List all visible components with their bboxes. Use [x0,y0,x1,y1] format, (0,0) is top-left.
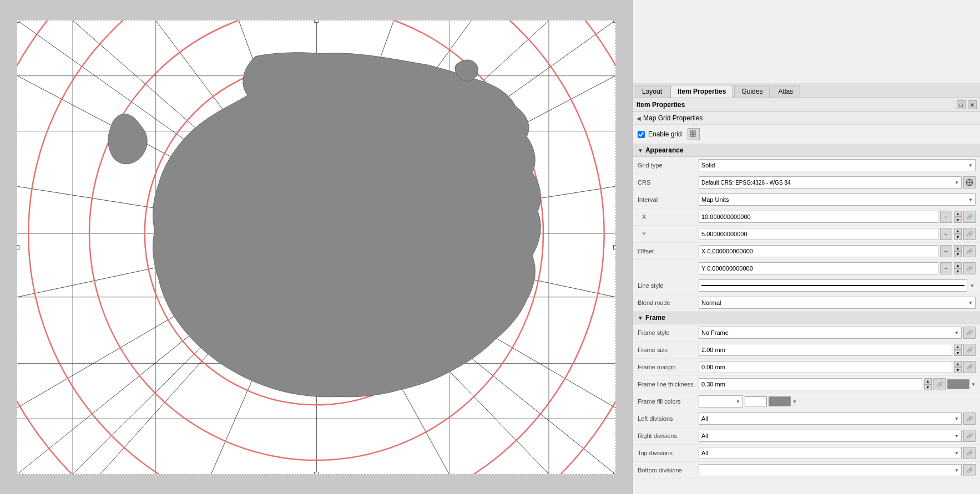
right-divisions-value: All [701,432,708,439]
appearance-section-header[interactable]: ▼ Appearance [633,144,980,157]
frame-style-label: Frame style [638,329,699,336]
interval-control: Map Units ▼ [699,193,976,206]
y-label: Y [638,231,699,237]
close-icon[interactable]: ✕ [968,100,977,109]
offset-y-reset-icon[interactable]: ← [940,262,952,274]
svg-rect-45 [693,131,695,133]
frame-line-thickness-link-icon[interactable]: 🔗 [933,378,946,390]
frame-size-label: Frame size [638,347,699,353]
handle-bottom-left[interactable] [17,472,19,475]
frame-section-header[interactable]: ▼ Frame [633,312,980,324]
frame-size-spin-buttons: ▲ ▼ [954,344,962,356]
frame-arrow-icon: ▼ [638,315,643,321]
frame-style-arrow-icon: ▼ [954,330,959,335]
grid-settings-icon[interactable] [688,128,700,140]
interval-label: Interval [638,196,699,203]
handle-mid-right[interactable] [613,245,616,249]
frame-fill-combo-arrow-icon: ▼ [736,399,740,404]
line-style-preview[interactable] [699,279,967,292]
blend-mode-control: Normal ▼ [699,297,976,309]
left-divisions-combo[interactable]: All ▼ [699,412,962,425]
y-input[interactable]: 5.000000000000 [699,228,938,240]
x-interval-row: X 10.000000000000 ← ▲ ▼ 🔗 [633,208,980,226]
offset-y-link-icon[interactable]: 🔗 [963,262,976,274]
bottom-divisions-control: ▼ 🔗 [699,464,976,476]
offset-x-input[interactable]: X 0.000000000000 [699,245,938,257]
y-link-icon[interactable]: 🔗 [963,228,976,240]
top-divisions-link-icon[interactable]: 🔗 [963,447,976,459]
offset-y-spin-up[interactable]: ▲ [954,262,962,268]
grid-type-combo[interactable]: Solid ▼ [699,159,976,171]
offset-y-input[interactable]: Y 0.000000000000 [699,262,938,274]
right-divisions-combo[interactable]: All ▼ [699,430,962,442]
frame-size-spin-up[interactable]: ▲ [954,344,962,350]
handle-top-center[interactable] [314,20,319,23]
frame-margin-link-icon[interactable]: 🔗 [963,361,976,373]
right-divisions-row: Right divisions All ▼ 🔗 [633,427,980,445]
x-link-icon[interactable]: 🔗 [963,211,976,223]
x-input[interactable]: 10.000000000000 [699,211,938,223]
frame-line-thickness-label: Frame line thickness [638,381,699,388]
frame-line-thickness-control: 0.30 mm ▲ ▼ 🔗 ▼ [699,378,976,390]
offset-x-spin-down[interactable]: ▼ [954,251,962,257]
crs-globe-button[interactable] [963,176,976,189]
tab-guides[interactable]: Guides [734,85,770,98]
bottom-divisions-label: Bottom divisions [638,467,699,473]
top-divisions-combo[interactable]: All ▼ [699,447,962,459]
frame-style-row: Frame style No Frame ▼ 🔗 [633,324,980,342]
frame-size-link-icon[interactable]: 🔗 [963,344,976,356]
blend-mode-combo[interactable]: Normal ▼ [699,297,976,309]
handle-top-left[interactable] [17,20,19,23]
bottom-divisions-link-icon[interactable]: 🔗 [963,464,976,476]
frame-size-input[interactable]: 2.00 mm [699,344,952,356]
x-spin-down[interactable]: ▼ [954,217,962,223]
right-divisions-link-icon[interactable]: 🔗 [963,430,976,442]
frame-fill-color-swatch-1[interactable] [745,396,767,406]
interval-combo[interactable]: Map Units ▼ [699,193,976,206]
left-divisions-link-icon[interactable]: 🔗 [963,412,976,425]
frame-line-thickness-spin-up[interactable]: ▲ [924,378,932,384]
grid-type-arrow-icon: ▼ [968,163,973,168]
frame-margin-spin-up[interactable]: ▲ [954,361,962,367]
frame-size-spin-down[interactable]: ▼ [954,350,962,356]
offset-x-spin-up[interactable]: ▲ [954,245,962,251]
offset-y-value: Y 0.000000000000 [701,265,753,272]
tab-item-properties[interactable]: Item Properties [670,85,733,98]
offset-x-reset-icon[interactable]: ← [940,245,952,257]
frame-line-thickness-input[interactable]: 0.30 mm [699,378,922,390]
offset-x-row: Offset X 0.000000000000 ← ▲ ▼ 🔗 [633,243,980,260]
restore-icon[interactable]: □ [957,100,966,109]
bottom-divisions-combo[interactable]: ▼ [699,464,962,476]
tab-layout[interactable]: Layout [635,85,669,98]
frame-line-color-swatch[interactable] [947,379,969,389]
crs-combo[interactable]: Default CRS: EPSG:4326 - WGS 84 ▼ [699,176,962,189]
frame-margin-label: Frame margin [638,364,699,370]
frame-margin-spin-down[interactable]: ▼ [954,367,962,373]
enable-grid-checkbox[interactable] [638,131,645,138]
handle-bottom-right[interactable] [613,472,616,475]
handle-bottom-center[interactable] [314,472,319,475]
x-reset-icon[interactable]: ← [940,211,952,223]
map-canvas[interactable] [17,20,616,475]
offset-y-spin-down[interactable]: ▼ [954,268,962,274]
frame-style-link-icon[interactable]: 🔗 [963,327,976,339]
tab-atlas[interactable]: Atlas [771,85,800,98]
y-reset-icon[interactable]: ← [940,228,952,240]
frame-line-thickness-spin-down[interactable]: ▼ [924,384,932,390]
handle-mid-left[interactable] [17,245,19,249]
handle-top-right[interactable] [613,20,616,23]
frame-margin-input[interactable]: 0.00 mm [699,361,952,373]
bottom-divisions-arrow-icon: ▼ [954,468,959,473]
frame-fill-colors-combo[interactable]: ▼ [699,395,743,408]
x-spin-up[interactable]: ▲ [954,211,962,217]
offset-x-spin-buttons: ▲ ▼ [954,245,962,257]
back-arrow-icon[interactable]: ◀ [637,115,641,121]
frame-style-combo[interactable]: No Frame ▼ [699,327,962,339]
frame-fill-color-swatch-2[interactable] [769,396,791,406]
y-spin-up[interactable]: ▲ [954,228,962,234]
offset-x-link-icon[interactable]: 🔗 [963,245,976,257]
svg-rect-46 [690,134,693,136]
y-spin-down[interactable]: ▼ [954,234,962,240]
grid-type-value: Solid [701,162,715,169]
frame-margin-control: 0.00 mm ▲ ▼ 🔗 [699,361,976,373]
